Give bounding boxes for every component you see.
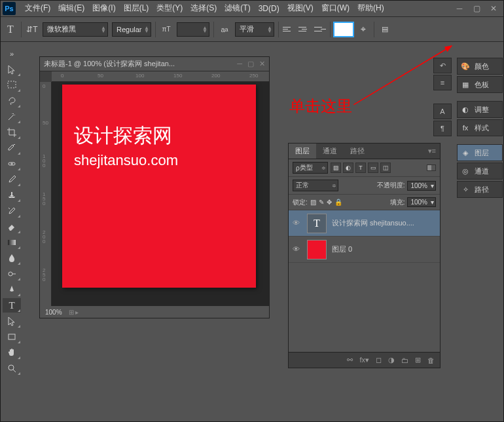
- warp-text-icon[interactable]: ⌖: [357, 23, 370, 36]
- eyedropper-tool[interactable]: [3, 141, 21, 155]
- filter-pixel-icon[interactable]: ▨: [331, 163, 341, 173]
- visibility-icon[interactable]: 👁: [293, 245, 302, 254]
- panel-swatches[interactable]: ▦色板: [457, 76, 503, 93]
- doc-maximize-icon[interactable]: ▢: [247, 60, 254, 68]
- zoom-level[interactable]: 100%: [45, 309, 62, 316]
- blur-tool[interactable]: [3, 251, 21, 265]
- menu-layer[interactable]: 图层(L): [120, 0, 153, 16]
- menu-help[interactable]: 帮助(H): [353, 0, 388, 16]
- doc-info-icon[interactable]: ⊞ ▸: [69, 309, 79, 316]
- maximize-button[interactable]: ▢: [469, 3, 484, 14]
- visibility-icon[interactable]: 👁: [293, 219, 302, 228]
- opacity-input[interactable]: 100%▾: [407, 181, 436, 191]
- tab-channels[interactable]: 通道: [316, 144, 344, 159]
- menu-type[interactable]: 类型(Y): [153, 0, 187, 16]
- lock-all-icon[interactable]: 🔒: [334, 199, 342, 206]
- layer-thumbnail[interactable]: [307, 240, 327, 259]
- menu-window[interactable]: 窗口(W): [317, 0, 353, 16]
- delete-layer-icon[interactable]: 🗑: [427, 356, 435, 364]
- align-right-button[interactable]: [314, 24, 326, 35]
- document-tab[interactable]: 未标题-1 @ 100% (设计探索网 shejitan... ─▢✕: [40, 57, 269, 71]
- layer-item[interactable]: 👁 图层 0: [289, 237, 440, 263]
- menu-edit[interactable]: 编辑(E): [54, 0, 88, 16]
- marquee-tool[interactable]: [3, 78, 21, 92]
- align-center-button[interactable]: [298, 24, 310, 35]
- font-family-dropdown[interactable]: 微软雅黑 ▲▼: [43, 22, 108, 37]
- filter-type-icon[interactable]: T: [355, 163, 366, 173]
- zoom-tool[interactable]: [3, 361, 21, 375]
- layer-item[interactable]: 👁 T 设计探索网 shejitansuo....: [289, 210, 440, 237]
- crop-tool[interactable]: [3, 125, 21, 140]
- type-tool[interactable]: T: [3, 298, 21, 313]
- dodge-tool[interactable]: [3, 267, 21, 281]
- menu-view[interactable]: 视图(V): [283, 0, 317, 16]
- healing-brush-tool[interactable]: [3, 157, 21, 171]
- layer-mask-icon[interactable]: ◻: [376, 356, 382, 364]
- layer-thumbnail[interactable]: T: [307, 214, 327, 233]
- panel-layers[interactable]: ◈图层: [457, 144, 503, 161]
- dock-paragraph-icon[interactable]: ¶: [433, 121, 452, 136]
- layer-name[interactable]: 图层 0: [332, 244, 352, 254]
- menu-3d[interactable]: 3D(D): [255, 1, 283, 16]
- panel-channels[interactable]: ◎通道: [457, 163, 503, 180]
- move-tool[interactable]: [3, 62, 21, 77]
- filter-kind-dropdown[interactable]: ρ 类型≑: [293, 162, 328, 174]
- character-panel-icon[interactable]: ▤: [378, 23, 391, 36]
- blend-mode-dropdown[interactable]: 正常≑: [293, 180, 338, 191]
- dock-history-icon[interactable]: ↶: [433, 58, 452, 73]
- menu-select[interactable]: 选择(S): [187, 0, 221, 16]
- font-style-dropdown[interactable]: Regular ▲▼: [112, 22, 151, 37]
- dock-character-icon[interactable]: A: [433, 104, 452, 119]
- doc-close-icon[interactable]: ✕: [259, 60, 265, 68]
- brush-tool[interactable]: [3, 172, 21, 187]
- clone-stamp-tool[interactable]: [3, 188, 21, 202]
- ruler-horizontal[interactable]: 0 50 100 150 200 250: [52, 71, 269, 82]
- panel-styles[interactable]: fx样式: [457, 119, 503, 136]
- menu-image[interactable]: 图像(I): [88, 0, 119, 16]
- close-button[interactable]: ✕: [486, 3, 501, 14]
- filter-toggle[interactable]: [427, 164, 436, 171]
- history-brush-tool[interactable]: [3, 204, 21, 218]
- panel-adjustments[interactable]: ◐调整: [457, 101, 503, 118]
- lock-position-icon[interactable]: ✥: [327, 199, 332, 206]
- layer-fx-icon[interactable]: fx▾: [359, 356, 369, 364]
- pen-tool[interactable]: [3, 282, 21, 297]
- lock-transparency-icon[interactable]: ▨: [310, 199, 316, 206]
- fill-input[interactable]: 100%▾: [407, 197, 436, 207]
- ruler-vertical[interactable]: 0 50 1 0 0 1 5 0 2 0 0 2 5 0: [40, 82, 52, 306]
- eraser-tool[interactable]: [3, 220, 21, 234]
- expand-tools[interactable]: »: [3, 47, 21, 61]
- filter-shape-icon[interactable]: ▭: [368, 163, 378, 173]
- font-size-icon[interactable]: πT: [160, 23, 173, 36]
- tab-layers[interactable]: 图层: [289, 144, 316, 159]
- lasso-tool[interactable]: [3, 94, 21, 108]
- new-layer-icon[interactable]: ⊞: [415, 356, 421, 364]
- menu-file[interactable]: 文件(F): [21, 0, 54, 16]
- filter-adjust-icon[interactable]: ◐: [343, 163, 353, 173]
- doc-minimize-icon[interactable]: ─: [237, 60, 242, 68]
- filter-smart-icon[interactable]: ◫: [380, 163, 391, 173]
- panel-paths[interactable]: ✧路径: [457, 181, 503, 198]
- minimize-button[interactable]: ─: [452, 3, 467, 14]
- text-color-swatch[interactable]: [334, 23, 353, 36]
- gradient-tool[interactable]: [3, 235, 21, 250]
- path-selection-tool[interactable]: [3, 314, 21, 328]
- canvas-area[interactable]: 设计探索网 shejitansuo.com: [52, 82, 269, 306]
- magic-wand-tool[interactable]: [3, 109, 21, 124]
- panel-menu-icon[interactable]: ▾≡: [424, 144, 440, 159]
- text-orientation-icon[interactable]: ⇵T: [26, 23, 39, 36]
- anti-alias-dropdown[interactable]: 平滑 ▲▼: [235, 22, 274, 37]
- rectangle-tool[interactable]: [3, 330, 21, 344]
- link-layers-icon[interactable]: ⚯: [347, 356, 353, 364]
- font-size-dropdown[interactable]: ▲▼: [177, 22, 209, 37]
- lock-image-icon[interactable]: ✎: [319, 199, 324, 206]
- hand-tool[interactable]: [3, 345, 21, 360]
- menu-filter[interactable]: 滤镜(T): [221, 0, 254, 16]
- canvas[interactable]: 设计探索网 shejitansuo.com: [62, 85, 256, 288]
- fill-adjust-icon[interactable]: ◑: [388, 356, 395, 364]
- new-group-icon[interactable]: 🗀: [401, 356, 408, 364]
- tab-paths[interactable]: 路径: [344, 144, 371, 159]
- layer-name[interactable]: 设计探索网 shejitansuo....: [332, 218, 414, 228]
- panel-color[interactable]: 🎨颜色: [457, 58, 503, 75]
- dock-properties-icon[interactable]: ≡: [433, 75, 452, 90]
